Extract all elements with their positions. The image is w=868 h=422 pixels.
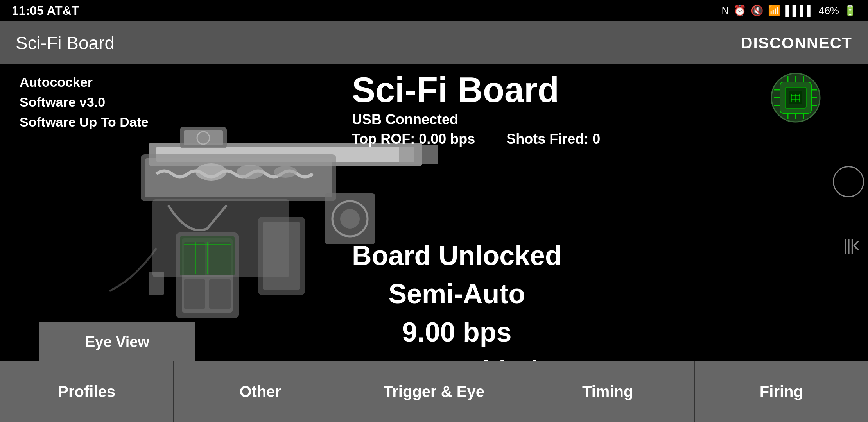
eye-view-button[interactable]: Eye View xyxy=(39,322,195,361)
stats-row: Top ROF: 0.00 bps Shots Fired: 0 xyxy=(352,131,600,147)
main-content: Autococker Software v3.0 Software Up To … xyxy=(0,64,868,422)
title-section: Sci-Fi Board USB Connected Top ROF: 0.00… xyxy=(352,72,600,147)
usb-status: USB Connected xyxy=(352,111,600,128)
fire-rate: 9.00 bps xyxy=(352,313,562,351)
battery-indicator: 46% xyxy=(819,5,839,17)
bottom-nav-bar: Profiles Other Trigger & Eye Timing Firi… xyxy=(0,361,868,422)
trigger-eye-button[interactable]: Trigger & Eye xyxy=(347,361,521,422)
nfc-icon: N xyxy=(721,5,729,17)
svg-rect-6 xyxy=(184,130,223,145)
battery-icon: 🔋 xyxy=(844,5,856,17)
firing-button[interactable]: Firing xyxy=(695,361,868,422)
svg-rect-2 xyxy=(399,145,438,164)
disconnect-button[interactable]: DISCONNECT xyxy=(741,34,852,52)
profiles-button[interactable]: Profiles xyxy=(0,361,174,422)
fire-mode: Semi-Auto xyxy=(352,275,562,313)
svg-point-29 xyxy=(340,209,360,229)
svg-rect-13 xyxy=(184,279,205,309)
mute-icon: 🔇 xyxy=(751,5,763,17)
svg-point-25 xyxy=(237,165,264,179)
top-rof: Top ROF: 0.00 bps xyxy=(352,131,475,147)
board-locked-status: Board Unlocked xyxy=(352,236,562,275)
status-icons: N ⏰ 🔇 📶 ▌▌▌▌ 46% 🔋 xyxy=(721,5,856,17)
device-type: Autococker xyxy=(20,72,149,92)
timing-button[interactable]: Timing xyxy=(521,361,695,422)
svg-point-26 xyxy=(274,166,297,178)
svg-rect-30 xyxy=(149,272,164,295)
signal-icon: ▌▌▌▌ xyxy=(785,5,814,17)
wifi-icon: 📶 xyxy=(768,5,780,17)
app-bar-title: Sci-Fi Board xyxy=(16,32,115,54)
shots-fired: Shots Fired: 0 xyxy=(506,131,600,147)
board-title: Sci-Fi Board xyxy=(352,72,600,107)
other-button[interactable]: Other xyxy=(174,361,347,422)
right-nav-icons: ||| xyxy=(833,166,864,254)
circuit-board-icon xyxy=(770,72,821,123)
svg-rect-23 xyxy=(263,222,300,290)
status-bar: 11:05 AT&T N ⏰ 🔇 📶 ▌▌▌▌ 46% 🔋 xyxy=(0,0,868,21)
status-time: 11:05 AT&T xyxy=(12,4,79,18)
svg-point-24 xyxy=(195,163,227,181)
app-bar: Sci-Fi Board DISCONNECT xyxy=(0,21,868,64)
home-button-icon[interactable] xyxy=(833,166,864,197)
alarm-icon: ⏰ xyxy=(733,5,746,17)
svg-rect-14 xyxy=(209,279,231,309)
menu-lines-icon[interactable]: ||| xyxy=(843,236,853,254)
